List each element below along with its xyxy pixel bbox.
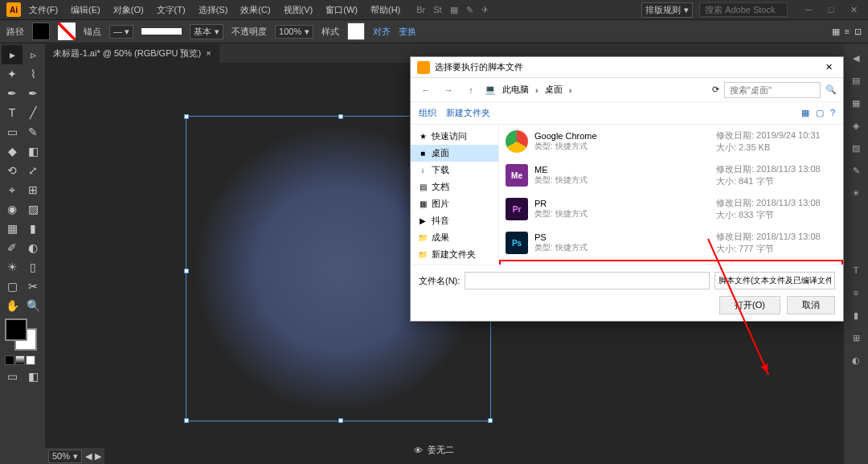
refresh-icon[interactable]: ⟳ [712, 84, 719, 95]
file-filter-dropdown[interactable] [714, 272, 835, 289]
screen-mode-tool[interactable]: ▭ [2, 367, 23, 386]
shape-builder-tool[interactable]: ◉ [2, 199, 23, 219]
rectangle-tool[interactable]: ▭ [2, 122, 23, 142]
file-row[interactable]: PsPS类型: 快捷方式修改日期: 2018/11/3 13:08大小: 777… [499, 226, 843, 260]
menu-type[interactable]: 文字(T) [152, 2, 190, 18]
menu-file[interactable]: 文件(F) [24, 2, 63, 18]
zoom-tool[interactable]: 🔍 [23, 296, 43, 315]
fill-stroke-control[interactable] [5, 318, 37, 351]
stroke-preview[interactable] [141, 28, 182, 35]
maximize-icon[interactable]: □ [823, 3, 839, 16]
opacity-input[interactable]: 100% ▾ [275, 25, 313, 39]
close-icon[interactable]: ✕ [845, 3, 862, 16]
view-mode-icon[interactable]: ▦ [801, 108, 809, 118]
menu-window[interactable]: 窗口(W) [321, 2, 362, 18]
stroke-panel-icon[interactable]: ≡ [848, 285, 864, 301]
shaper-tool[interactable]: ◆ [2, 142, 23, 161]
gradient-tool[interactable]: ▮ [23, 219, 43, 238]
solid-color-icon[interactable] [5, 355, 14, 365]
menu-object[interactable]: 对象(O) [108, 2, 149, 18]
layers-panel-icon[interactable]: ◈ [848, 117, 864, 133]
organize-button[interactable]: 组织 [419, 107, 436, 119]
panel-icon-2[interactable]: ≡ [845, 27, 850, 37]
nav-up-button[interactable]: ↑ [462, 81, 480, 99]
align-panel-icon[interactable]: ⊞ [848, 330, 864, 346]
panel-icon[interactable]: ▦ [832, 27, 840, 37]
file-row[interactable]: MeME类型: 快捷方式修改日期: 2018/11/3 13:08大小: 841… [499, 158, 843, 192]
edit-mode-tool[interactable]: ◧ [23, 367, 43, 386]
eraser-tool[interactable]: ◧ [23, 142, 43, 161]
expand-dock-icon[interactable]: ◀ [848, 50, 864, 66]
eyedropper-tool[interactable]: ✐ [2, 238, 23, 257]
libraries-panel-icon[interactable]: ▦ [848, 95, 864, 111]
menu-help[interactable]: 帮助(H) [366, 2, 405, 18]
artboard-tool[interactable]: ▢ [2, 277, 23, 296]
lasso-tool[interactable]: ⌇ [23, 64, 43, 84]
brush-tool[interactable]: ✎ [23, 122, 43, 142]
zoom-dropdown[interactable]: 50% ▾ [48, 450, 82, 463]
nav-back-button[interactable]: ← [417, 81, 435, 99]
swatches-panel-icon[interactable]: ▨ [848, 140, 864, 156]
pen-tool[interactable]: ✒ [2, 84, 23, 103]
symbols-panel-icon[interactable]: ☀ [848, 185, 864, 201]
color-panel-icon[interactable]: T [848, 262, 864, 278]
sidebar-item[interactable]: ★快速访问 [411, 128, 498, 145]
paint-icon[interactable]: ✎ [466, 5, 473, 15]
align-link[interactable]: 对齐 [373, 26, 391, 38]
open-button[interactable]: 打开(O) [719, 296, 780, 314]
sidebar-item[interactable]: 📁成果 [411, 229, 498, 246]
rocket-icon[interactable]: ✈ [481, 5, 489, 15]
stock-icon[interactable]: St [433, 5, 441, 14]
nav-forward-button[interactable]: → [440, 81, 457, 99]
menu-select[interactable]: 选择(S) [194, 2, 233, 18]
direct-selection-tool[interactable]: ▹ [23, 45, 43, 64]
document-tab[interactable]: 未标题-1.ai* @ 50% (RGB/GPU 预览)× [45, 44, 219, 63]
preview-pane-icon[interactable]: ▢ [816, 108, 824, 118]
file-row[interactable]: Google Chrome类型: 快捷方式修改日期: 2019/9/24 10:… [499, 125, 843, 158]
graph-tool[interactable]: ▯ [23, 257, 43, 277]
filename-input[interactable] [465, 272, 710, 289]
hand-tool[interactable]: ✋ [2, 296, 23, 315]
search-icon[interactable]: 🔍 [825, 84, 837, 95]
workspace-selector[interactable]: 排版规则 ▾ [641, 2, 693, 18]
stock-search-input[interactable] [699, 2, 788, 17]
sidebar-item[interactable]: ▤文档 [411, 179, 498, 195]
mesh-tool[interactable]: ▦ [2, 219, 23, 238]
bridge-icon[interactable]: Br [416, 5, 425, 14]
minimize-icon[interactable]: ─ [800, 3, 817, 16]
close-tab-icon[interactable]: × [206, 48, 211, 58]
selection-tool[interactable]: ▸ [2, 45, 23, 64]
search-files-input[interactable] [724, 82, 821, 98]
type-tool[interactable]: T [2, 103, 23, 122]
line-tool[interactable]: ╱ [23, 103, 43, 122]
dialog-close-button[interactable]: ✕ [821, 62, 837, 72]
magic-wand-tool[interactable]: ✦ [2, 64, 23, 84]
menu-effect[interactable]: 效果(C) [235, 2, 275, 18]
breadcrumb[interactable]: 💻 此电脑› 桌面› [485, 82, 707, 97]
free-transform-tool[interactable]: ⊞ [23, 180, 43, 199]
sidebar-item[interactable]: ▦图片 [411, 195, 498, 212]
stroke-style-dropdown[interactable]: 基本 ▾ [190, 24, 223, 39]
sidebar-item[interactable]: ▶抖音 [411, 212, 498, 229]
panel-icon-3[interactable]: ⊡ [854, 27, 862, 37]
scale-tool[interactable]: ⤢ [23, 161, 43, 180]
perspective-tool[interactable]: ▨ [23, 199, 43, 219]
anchor-dropdown[interactable]: — ▾ [109, 25, 133, 39]
nav-prev-icon[interactable]: ◀ [85, 451, 92, 462]
menu-view[interactable]: 视图(V) [279, 2, 318, 18]
gradient-panel-icon[interactable]: ▮ [848, 307, 864, 323]
width-tool[interactable]: ⌖ [2, 180, 23, 199]
curvature-tool[interactable]: ✒ [23, 84, 43, 103]
nav-next-icon[interactable]: ▶ [95, 451, 101, 462]
sidebar-item[interactable]: 📁新建文件夹 [411, 246, 498, 263]
rotate-tool[interactable]: ⟲ [2, 161, 23, 180]
style-swatch[interactable] [347, 23, 365, 40]
none-color-icon[interactable] [26, 355, 35, 365]
menu-edit[interactable]: 编辑(E) [66, 2, 105, 18]
grid-icon[interactable]: ▦ [450, 5, 458, 15]
stroke-swatch[interactable] [58, 23, 76, 40]
symbol-tool[interactable]: ☀ [2, 257, 23, 277]
transform-link[interactable]: 变换 [399, 26, 416, 38]
cancel-button[interactable]: 取消 [787, 296, 835, 314]
file-row[interactable]: PrPR类型: 快捷方式修改日期: 2018/11/3 13:08大小: 833… [499, 192, 843, 226]
